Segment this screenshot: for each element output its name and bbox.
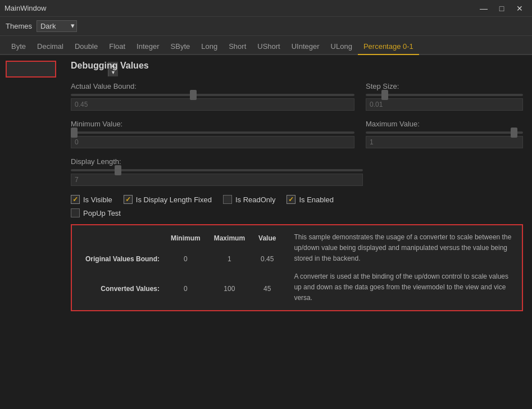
is-display-length-fixed-check-icon: ✓	[125, 196, 131, 203]
converted-value: 45	[252, 274, 283, 304]
theme-select[interactable]: DarkLightSystem	[37, 20, 77, 32]
title-bar: MainWindow — □ ✕	[0, 0, 532, 17]
tab-integer[interactable]: Integer	[131, 39, 165, 55]
maximum-value-label: Maximum Value:	[366, 120, 523, 128]
minimize-button[interactable]: —	[476, 3, 492, 14]
is-visible-check-icon: ✓	[72, 196, 78, 203]
window-controls: — □ ✕	[476, 3, 528, 14]
display-length-field: Display Length: 7	[71, 157, 363, 186]
debug-row-2: Minimum Value: 0 Maximum Value: 1	[71, 120, 523, 148]
step-size-label: Step Size:	[366, 82, 523, 90]
tab-short[interactable]: Short	[223, 39, 252, 55]
description-paragraph-1: This sample demonstrates the usage of a …	[294, 232, 515, 265]
is-enabled-check-icon: ✓	[288, 196, 294, 203]
spinner-panel: 45.00 ▲ ▼	[0, 55, 62, 409]
actual-value-label: Actual Value Bound:	[71, 82, 354, 90]
step-size-box: 0.01	[366, 98, 523, 111]
display-length-label: Display Length:	[71, 157, 363, 166]
is-display-length-fixed-label: Is Display Length Fixed	[136, 196, 212, 204]
is-enabled-checkbox[interactable]: ✓	[287, 195, 295, 204]
data-table-section: Minimum Maximum Value Original Values Bo…	[71, 224, 523, 311]
original-minimum: 0	[164, 244, 207, 274]
description-text: This sample demonstrates the usage of a …	[294, 232, 515, 303]
themes-label: Themes	[6, 22, 32, 30]
window-title: MainWindow	[4, 4, 46, 12]
main-content: 45.00 ▲ ▼ Debugging Values Actual Value …	[0, 55, 532, 409]
is-display-length-fixed-checkbox[interactable]: ✓	[124, 195, 133, 204]
original-value: 0.45	[252, 244, 283, 274]
actual-value-box: 0.45	[71, 98, 354, 111]
col-header-maximum: Maximum	[207, 232, 252, 244]
step-size-slider[interactable]	[366, 94, 523, 96]
is-readonly-label: Is ReadOnly	[235, 196, 276, 204]
is-enabled-checkbox-item[interactable]: ✓ Is Enabled	[287, 195, 333, 204]
tab-ulong[interactable]: ULong	[325, 39, 358, 55]
is-visible-checkbox-item[interactable]: ✓ Is Visible	[71, 195, 112, 204]
is-visible-label: Is Visible	[83, 196, 112, 204]
is-readonly-checkbox[interactable]	[223, 195, 232, 204]
maximize-button[interactable]: □	[494, 3, 510, 14]
tab-long[interactable]: Long	[195, 39, 223, 55]
right-panel: Debugging Values Actual Value Bound: 0.4…	[62, 55, 532, 409]
original-maximum: 1	[207, 244, 252, 274]
col-header-value: Value	[252, 232, 283, 244]
minimum-value-label: Minimum Value:	[71, 120, 354, 128]
maximum-value-box: 1	[366, 136, 523, 148]
converted-maximum: 100	[207, 274, 252, 304]
minimum-value-slider[interactable]	[71, 131, 354, 134]
converted-minimum: 0	[164, 274, 207, 304]
maximum-value-slider[interactable]	[366, 131, 523, 134]
col-header-minimum: Minimum	[164, 232, 207, 244]
actual-value-slider[interactable]	[71, 94, 354, 96]
popup-row: PopUp Test	[71, 208, 523, 217]
data-table: Minimum Maximum Value Original Values Bo…	[79, 232, 283, 303]
popup-test-checkbox[interactable]	[71, 208, 80, 217]
popup-test-checkbox-item[interactable]: PopUp Test	[71, 208, 121, 217]
close-button[interactable]: ✕	[512, 3, 528, 14]
minimum-value-box: 0	[71, 136, 354, 148]
display-length-slider[interactable]	[71, 169, 363, 171]
spinner-control: 45.00 ▲ ▼	[6, 61, 56, 78]
is-enabled-label: Is Enabled	[299, 196, 333, 204]
original-row-label: Original Values Bound:	[79, 244, 164, 274]
tab-ushort[interactable]: UShort	[252, 39, 285, 55]
theme-select-wrapper[interactable]: DarkLightSystem	[37, 20, 77, 32]
debugging-title: Debugging Values	[71, 61, 523, 73]
maximum-value-field: Maximum Value: 1	[366, 120, 523, 148]
popup-test-label: PopUp Test	[83, 209, 121, 217]
is-visible-checkbox[interactable]: ✓	[71, 195, 80, 204]
tab-sbyte[interactable]: SByte	[165, 39, 196, 55]
col-header-empty	[79, 232, 164, 244]
tab-float[interactable]: Float	[103, 39, 131, 55]
description-paragraph-2: A converter is used at the binding of th…	[294, 271, 515, 304]
tab-double[interactable]: Double	[69, 39, 103, 55]
debug-row-1: Actual Value Bound: 0.45 Step Size: 0.01	[71, 82, 523, 111]
tab-uinteger[interactable]: UInteger	[286, 39, 325, 55]
tab-byte[interactable]: Byte	[6, 39, 31, 55]
converted-row-label: Converted Values:	[79, 274, 164, 304]
tab-decimal[interactable]: Decimal	[31, 39, 69, 55]
themes-bar: Themes DarkLightSystem	[0, 17, 532, 36]
minimum-value-field: Minimum Value: 0	[71, 120, 354, 148]
tab-percentage[interactable]: Percentage 0-1	[358, 39, 419, 55]
table-row-original: Original Values Bound: 0 1 0.45	[79, 244, 283, 274]
checkboxes-row: ✓ Is Visible ✓ Is Display Length Fixed I…	[71, 195, 523, 204]
actual-value-field: Actual Value Bound: 0.45	[71, 82, 354, 111]
is-display-length-fixed-checkbox-item[interactable]: ✓ Is Display Length Fixed	[124, 195, 212, 204]
is-readonly-checkbox-item[interactable]: Is ReadOnly	[223, 195, 276, 204]
tabs-bar: Byte Decimal Double Float Integer SByte …	[0, 36, 532, 55]
display-length-box: 7	[71, 174, 363, 186]
table-row-converted: Converted Values: 0 100 45	[79, 274, 283, 304]
debug-row-3: Display Length: 7	[71, 157, 523, 186]
step-size-field: Step Size: 0.01	[366, 82, 523, 111]
